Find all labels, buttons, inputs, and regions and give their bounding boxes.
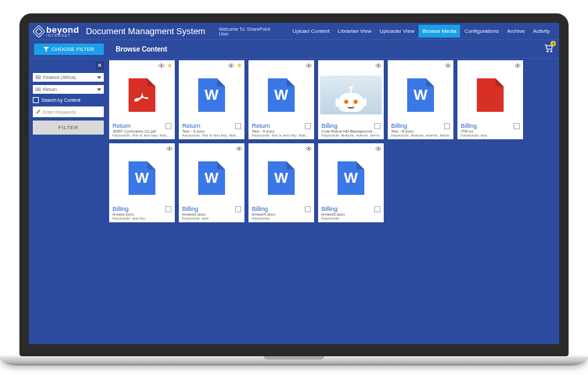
- card-title[interactable]: Billing: [182, 206, 198, 212]
- card-title[interactable]: Return: [113, 123, 131, 129]
- document-card[interactable]: WBillingitmtest5.docxKeywords:: [318, 143, 384, 222]
- svg-point-6: [447, 65, 449, 66]
- card-title[interactable]: Return: [252, 123, 270, 129]
- eye-icon: [158, 64, 165, 68]
- cart-button[interactable]: 4: [544, 43, 554, 56]
- card-title[interactable]: Billing: [321, 123, 338, 129]
- card-select-checkbox[interactable]: [165, 123, 171, 129]
- word-file-icon: W: [407, 78, 434, 112]
- main-area: ✕ Finance (Africa) Return Search by Cont…: [29, 59, 559, 344]
- eye-icon: [166, 147, 173, 151]
- brand[interactable]: beyond INTRANET: [34, 25, 79, 37]
- card-title[interactable]: Billing: [391, 123, 407, 129]
- card-thumbnail: [111, 69, 173, 121]
- card-thumbnail: W: [111, 152, 173, 204]
- nav-activity[interactable]: Activity: [529, 25, 554, 37]
- laptop-base: [0, 356, 588, 366]
- card-keywords: Keywords: this is test key, feat...: [182, 133, 241, 137]
- choose-filter-label: CHOOSE FILTER: [52, 46, 94, 52]
- document-card[interactable]: WBillingitmtest2.docxKeywords: test: [179, 143, 244, 222]
- word-file-icon: W: [129, 161, 155, 195]
- choose-filter-button[interactable]: CHOOSE FILTER: [34, 44, 104, 55]
- document-card[interactable]: BillingCute-Robot-HD-Background-...Keywo…: [318, 60, 384, 139]
- card-select-checkbox[interactable]: [305, 206, 311, 212]
- nav-archive[interactable]: Archive: [503, 25, 529, 37]
- close-icon: ✕: [97, 62, 102, 69]
- eye-icon: [445, 64, 451, 68]
- card-title[interactable]: Billing: [461, 123, 477, 129]
- keyword-placeholder: Enter Keywords: [43, 110, 76, 115]
- card-keywords: Keywords: feature, events, items: [391, 133, 450, 137]
- laptop-camera: [292, 17, 297, 21]
- card-select-checkbox[interactable]: [444, 123, 450, 129]
- brand-logo-icon: [32, 25, 46, 38]
- category-select[interactable]: Finance (Africa): [33, 73, 104, 82]
- card-keywords: Keywords:: [252, 216, 311, 220]
- card-keywords: Keywords: test: [461, 133, 520, 137]
- document-card[interactable]: WBillingitmtest.docxKeywords: test itm: [109, 143, 175, 222]
- filter-sidebar: ✕ Finance (Africa) Return Search by Cont…: [29, 59, 108, 344]
- svg-point-11: [378, 148, 379, 149]
- card-title[interactable]: Billing: [252, 206, 268, 212]
- svg-point-5: [378, 65, 379, 66]
- nav-librarian-view[interactable]: Librarian View: [334, 25, 376, 37]
- document-card[interactable]: WBillingTest - 8.docxKeywords: feature, …: [388, 60, 453, 139]
- close-filter-button[interactable]: ✕: [96, 62, 104, 70]
- card-keywords: Keywords: this is test key, feat...: [252, 133, 311, 137]
- card-select-checkbox[interactable]: [514, 123, 520, 129]
- card-select-checkbox[interactable]: [165, 206, 171, 212]
- card-select-checkbox[interactable]: [235, 123, 241, 129]
- word-file-icon: W: [198, 78, 225, 112]
- cart-badge: 4: [550, 41, 556, 46]
- card-thumbnail: W: [320, 152, 382, 204]
- card-title[interactable]: Return: [182, 123, 200, 129]
- card-thumbnail: W: [181, 69, 242, 121]
- document-card[interactable]: ★ReturnJDRF Comments (1).pdfKeywords: th…: [109, 60, 175, 139]
- favorite-star-icon[interactable]: ★: [167, 62, 173, 69]
- card-select-checkbox[interactable]: [374, 206, 380, 212]
- brand-text: beyond INTRANET: [46, 25, 79, 37]
- nav-uploader-view[interactable]: Uploader View: [376, 25, 419, 37]
- card-keywords: Keywords:: [321, 216, 380, 220]
- eye-icon: [375, 64, 382, 68]
- svg-point-8: [169, 148, 170, 149]
- type-select-value: Return: [43, 87, 57, 92]
- card-select-checkbox[interactable]: [235, 206, 241, 212]
- search-by-content-checkbox[interactable]: [33, 97, 39, 103]
- eye-icon: [514, 64, 521, 68]
- card-keywords: Keywords: test: [182, 216, 241, 220]
- nav-browse-media[interactable]: Browse Media: [419, 25, 461, 37]
- card-select-checkbox[interactable]: [305, 123, 311, 129]
- eye-icon: [305, 147, 312, 151]
- word-file-icon: W: [338, 161, 364, 195]
- eye-icon: [236, 147, 242, 151]
- nav-links: Upload ContentLibrarian ViewUploader Vie…: [289, 25, 554, 37]
- document-card[interactable]: WBillingitmtest4.docxKeywords:: [248, 143, 314, 222]
- filter-icon: [44, 47, 49, 52]
- document-card[interactable]: WReturnTest - 4.docxKeywords: this is te…: [248, 60, 314, 139]
- card-thumbnail: [459, 69, 521, 121]
- card-thumbnail: W: [181, 152, 242, 204]
- document-card[interactable]: ★WReturnTest - 2.docxKeywords: this is t…: [179, 60, 244, 139]
- image-thumbnail: [320, 76, 382, 115]
- document-card[interactable]: BillingITM.txtKeywords: test: [457, 60, 523, 139]
- card-title[interactable]: Billing: [321, 206, 338, 212]
- text-file-icon: [477, 78, 504, 112]
- filter-button[interactable]: FILTER: [33, 121, 104, 135]
- card-select-checkbox[interactable]: [374, 123, 380, 129]
- nav-upload-content[interactable]: Upload Content: [289, 25, 334, 37]
- list-icon: [35, 76, 41, 79]
- keyword-input[interactable]: Enter Keywords: [33, 106, 104, 117]
- favorite-star-icon[interactable]: ★: [236, 62, 242, 69]
- search-by-content-label: Search by Content: [42, 98, 80, 102]
- brand-name: beyond: [46, 25, 79, 34]
- word-file-icon: W: [268, 78, 295, 112]
- svg-point-9: [238, 148, 240, 149]
- nav-configurations[interactable]: Configurations: [460, 25, 503, 37]
- svg-point-1: [550, 51, 552, 52]
- type-select[interactable]: Return: [33, 85, 104, 94]
- pencil-icon: [35, 109, 41, 115]
- list-icon: [35, 88, 41, 91]
- card-title[interactable]: Billing: [113, 206, 129, 212]
- content-grid: ★ReturnJDRF Comments (1).pdfKeywords: th…: [108, 59, 559, 344]
